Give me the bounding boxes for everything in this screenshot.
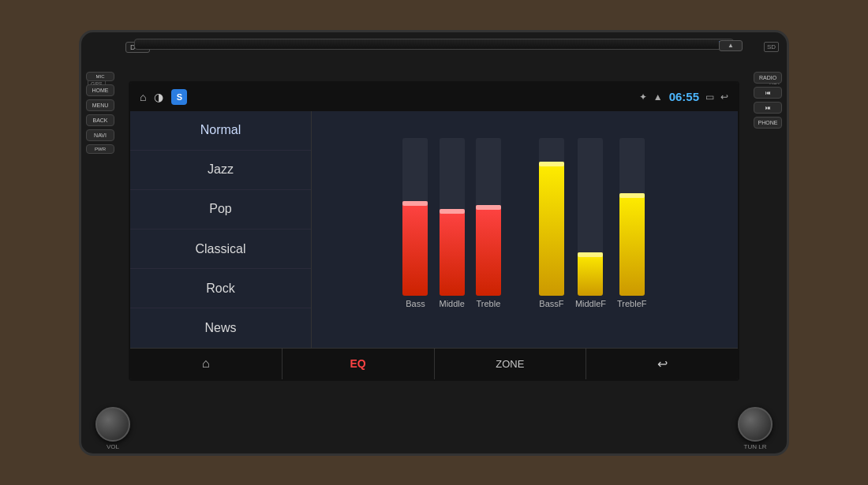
bluetooth-icon: ✦ (639, 91, 647, 103)
preset-normal[interactable]: Normal (130, 111, 311, 151)
bar-label-middle: Middle (439, 299, 464, 308)
clock-display: 06:55 (669, 90, 699, 103)
eq-preset-list: Normal Jazz Pop Classical Rock News (130, 111, 312, 348)
eject-button[interactable]: ▲ (719, 40, 743, 51)
bar-label-middlef: MiddleF (575, 299, 606, 308)
bar-middlef[interactable] (578, 138, 603, 296)
bar-cap-treblef (619, 193, 645, 198)
eq-chart: Bass Middle (312, 111, 738, 348)
preset-jazz[interactable]: Jazz (130, 151, 311, 190)
bar-group-bassf: BassF (539, 138, 564, 308)
device-bottom: VOL TUN LR (81, 409, 787, 449)
prev-track-button[interactable]: ⏮ (754, 87, 782, 99)
status-bar: ⌂ ◑ S ✦ ▲ 06:55 ▭ ↩ (130, 83, 738, 111)
bar-fill-middle (440, 209, 465, 296)
vol-label: VOL (107, 443, 119, 450)
bar-label-treble: Treble (477, 299, 501, 308)
bottom-back-button[interactable]: ↩ (586, 349, 738, 379)
bottom-home-button[interactable]: ⌂ (130, 349, 282, 379)
bar-group-treble: Treble (476, 138, 501, 308)
vol-knob-group: VOL (95, 407, 130, 450)
preset-news[interactable]: News (130, 308, 311, 347)
device-frame: DVD ▲ GPS SD RST MIC HOME MENU BACK NAVI… (79, 30, 789, 456)
bar-label-bassf: BassF (539, 299, 563, 308)
bar-cap-middle (440, 209, 465, 214)
bottom-home-icon: ⌂ (202, 356, 210, 371)
bar-group-bass: Bass (402, 138, 428, 308)
preset-rock[interactable]: Rock (130, 269, 311, 308)
bar-treblef[interactable] (619, 138, 645, 296)
s-app-icon[interactable]: S (171, 89, 187, 105)
status-right: ✦ ▲ 06:55 ▭ ↩ (639, 90, 728, 103)
bar-group-middlef: MiddleF (575, 138, 606, 308)
tun-knob-group: TUN LR (738, 407, 773, 450)
sd-label: SD (764, 42, 779, 52)
bar-fill-middlef (578, 252, 603, 296)
tun-knob[interactable] (738, 407, 773, 442)
back-button[interactable]: BACK (86, 114, 114, 126)
wifi-icon: ▲ (653, 91, 663, 103)
bar-fill-bass (402, 201, 428, 296)
menu-button[interactable]: MENU (86, 99, 114, 111)
phone-button[interactable]: PHONE (754, 117, 782, 129)
bar-treble[interactable] (476, 138, 501, 296)
eq-label: EQ (350, 357, 366, 370)
back-status-icon[interactable]: ↩ (720, 91, 728, 103)
preset-classical[interactable]: Classical (130, 229, 311, 269)
bottom-bar: ⌂ EQ ZONE ↩ (130, 348, 738, 379)
bar-group-treblef: TrebleF (617, 138, 647, 308)
side-buttons-right: RADIO ⏮ ⏭ PHONE (754, 72, 782, 129)
bar-cap-middlef (578, 252, 603, 257)
mic-button[interactable]: MIC (86, 72, 114, 81)
main-screen: ⌂ ◑ S ✦ ▲ 06:55 ▭ ↩ Normal Jazz (129, 81, 739, 381)
bar-label-treblef: TrebleF (617, 299, 647, 308)
eq-button[interactable]: EQ (282, 349, 435, 379)
brightness-icon: ◑ (154, 91, 163, 103)
home-status-icon[interactable]: ⌂ (140, 91, 146, 103)
next-track-button[interactable]: ⏭ (754, 102, 782, 114)
bar-bass[interactable] (402, 138, 428, 296)
screen-wrapper: ⌂ ◑ S ✦ ▲ 06:55 ▭ ↩ Normal Jazz (81, 53, 787, 409)
bar-bassf[interactable] (539, 138, 564, 296)
preset-pop[interactable]: Pop (130, 190, 311, 229)
side-buttons-left: MIC HOME MENU BACK NAVI PWR (86, 72, 114, 154)
home-button[interactable]: HOME (86, 84, 114, 96)
bar-group-middle: Middle (439, 138, 464, 308)
vol-knob[interactable] (95, 407, 130, 442)
bar-cap-bass (402, 201, 428, 206)
battery-icon: ▭ (705, 91, 714, 103)
bar-label-bass: Bass (406, 299, 425, 308)
zone-label: ZONE (496, 358, 524, 370)
navi-button[interactable]: NAVI (86, 129, 114, 141)
tun-label: TUN LR (744, 443, 767, 450)
bar-fill-treblef (619, 193, 645, 296)
bar-middle[interactable] (440, 138, 465, 296)
content-area: Normal Jazz Pop Classical Rock News (130, 111, 738, 348)
bar-fill-bassf (539, 162, 564, 296)
pwr-button[interactable]: PWR (86, 144, 114, 154)
disc-slot (134, 39, 734, 50)
status-left: ⌂ ◑ S (140, 89, 187, 105)
radio-button[interactable]: RADIO (754, 72, 782, 84)
zone-button[interactable]: ZONE (435, 349, 587, 379)
bar-fill-treble (476, 205, 501, 296)
bar-cap-treble (476, 205, 501, 210)
bar-cap-bassf (539, 162, 564, 166)
bottom-back-icon: ↩ (657, 356, 668, 371)
